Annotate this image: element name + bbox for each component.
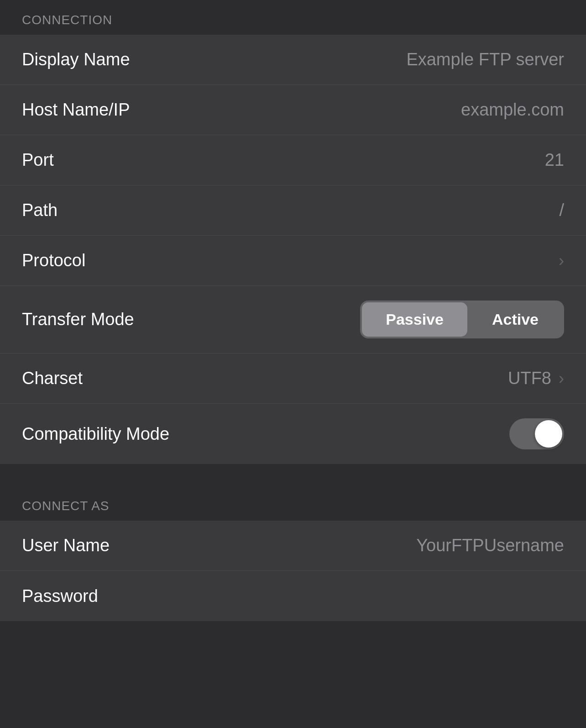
protocol-label: Protocol bbox=[22, 251, 85, 270]
transfer-mode-row[interactable]: Transfer Mode Passive Active bbox=[0, 286, 586, 353]
charset-row[interactable]: Charset UTF8 › bbox=[0, 353, 586, 404]
connection-title: CONNECTION bbox=[22, 13, 112, 27]
port-label: Port bbox=[22, 150, 54, 170]
display-name-row[interactable]: Display Name Example FTP server bbox=[0, 35, 586, 85]
compatibility-mode-row[interactable]: Compatibility Mode bbox=[0, 404, 586, 464]
charset-chevron-icon: › bbox=[559, 369, 564, 388]
connect-as-title: CONNECT AS bbox=[22, 499, 110, 513]
path-row[interactable]: Path / bbox=[0, 185, 586, 236]
transfer-mode-label: Transfer Mode bbox=[22, 310, 134, 329]
toggle-knob bbox=[535, 420, 562, 448]
username-value: YourFTPUsername bbox=[416, 536, 564, 555]
section-divider bbox=[0, 464, 586, 486]
connect-as-header: CONNECT AS bbox=[0, 486, 586, 521]
display-name-value: Example FTP server bbox=[406, 50, 564, 69]
connect-as-group: User Name YourFTPUsername Password bbox=[0, 521, 586, 621]
display-name-label: Display Name bbox=[22, 50, 130, 69]
connection-header: CONNECTION bbox=[0, 0, 586, 35]
username-label: User Name bbox=[22, 536, 110, 555]
connect-as-section: CONNECT AS User Name YourFTPUsername Pas… bbox=[0, 486, 586, 621]
hostname-value: example.com bbox=[461, 100, 564, 120]
hostname-label: Host Name/IP bbox=[22, 100, 130, 120]
path-label: Path bbox=[22, 200, 58, 220]
protocol-chevron-icon: › bbox=[559, 251, 564, 270]
compatibility-mode-toggle[interactable] bbox=[509, 418, 564, 449]
path-value: / bbox=[559, 200, 564, 220]
active-segment[interactable]: Active bbox=[468, 302, 562, 337]
transfer-mode-control[interactable]: Passive Active bbox=[360, 301, 564, 338]
username-row[interactable]: User Name YourFTPUsername bbox=[0, 521, 586, 571]
protocol-row[interactable]: Protocol › bbox=[0, 236, 586, 286]
charset-value: UTF8 › bbox=[508, 369, 564, 388]
protocol-value: › bbox=[557, 251, 564, 270]
charset-label: Charset bbox=[22, 369, 83, 388]
port-value: 21 bbox=[545, 150, 564, 170]
compatibility-mode-label: Compatibility Mode bbox=[22, 424, 169, 444]
hostname-row[interactable]: Host Name/IP example.com bbox=[0, 85, 586, 135]
password-row[interactable]: Password bbox=[0, 571, 586, 621]
connection-section: CONNECTION Display Name Example FTP serv… bbox=[0, 0, 586, 464]
passive-segment[interactable]: Passive bbox=[362, 302, 467, 337]
port-row[interactable]: Port 21 bbox=[0, 135, 586, 185]
connection-group: Display Name Example FTP server Host Nam… bbox=[0, 35, 586, 464]
password-label: Password bbox=[22, 586, 98, 606]
